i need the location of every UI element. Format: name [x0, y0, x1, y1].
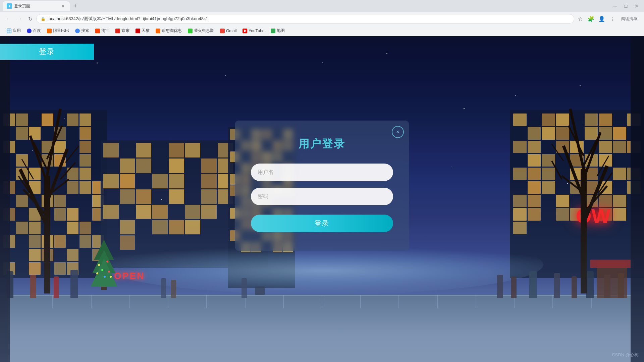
- tab-favicon: ✦: [7, 3, 12, 9]
- modal-login-button[interactable]: 登录: [251, 215, 393, 232]
- baidu-icon: [27, 29, 32, 33]
- nav-actions: ☆ 🧩 👤 ⋮ 阅读清单: [576, 14, 640, 24]
- minimize-button[interactable]: ─: [610, 1, 620, 11]
- youtube-icon: [243, 29, 247, 33]
- bookmark-youtube-label: YouTube: [249, 29, 264, 33]
- bookmark-tmall-label: 天猫: [142, 28, 150, 34]
- lock-icon: 🔒: [41, 16, 46, 21]
- bookmark-help[interactable]: 帮您淘优惠: [153, 27, 184, 35]
- tmall-icon: [136, 29, 140, 33]
- navigation-bar: ← → ↻ 🔒 localhost:63342/js/测试版本/HTML/den…: [0, 12, 644, 26]
- help-icon: [156, 29, 160, 33]
- back-button[interactable]: ←: [4, 14, 13, 24]
- maximize-button[interactable]: □: [621, 1, 631, 11]
- username-input[interactable]: [251, 164, 393, 181]
- bookmark-apps[interactable]: 应用: [4, 27, 23, 35]
- bug-icon: [188, 29, 193, 33]
- search-icon: [75, 29, 80, 33]
- bookmark-maps[interactable]: 地图: [268, 27, 287, 35]
- apps-icon: [7, 29, 11, 33]
- bookmark-maps-label: 地图: [277, 28, 285, 34]
- jd-icon: [115, 29, 120, 33]
- tab-title: 登录页面: [14, 3, 58, 9]
- close-button[interactable]: ✕: [632, 1, 641, 11]
- active-tab[interactable]: ✦ 登录页面 ×: [3, 1, 70, 11]
- bookmark-gmail-label: Gmail: [226, 29, 236, 33]
- tab-bar: ✦ 登录页面 × +: [3, 1, 610, 11]
- bookmark-help-label: 帮您淘优惠: [162, 28, 182, 34]
- browser-chrome: ✦ 登录页面 × + ─ □ ✕ ← → ↻ 🔒 localhost:63342…: [0, 0, 644, 36]
- svg-rect-3: [9, 31, 11, 33]
- bookmark-baidu[interactable]: 百度: [24, 27, 44, 35]
- bookmark-apps-label: 应用: [13, 28, 21, 34]
- maps-icon: [271, 29, 275, 33]
- bookmark-alibaba-label: 阿里巴巴: [53, 28, 69, 34]
- modal-overlay: × 用户登录 登录: [0, 36, 644, 362]
- window-controls: ─ □ ✕: [610, 1, 641, 11]
- bookmark-alibaba[interactable]: 阿里巴巴: [44, 27, 72, 35]
- address-bar[interactable]: 🔒 localhost:63342/js/测试版本/HTML/denglu.ht…: [36, 14, 574, 24]
- bookmark-search-label: 搜索: [81, 28, 89, 34]
- taobao-icon: [95, 29, 100, 33]
- forward-button[interactable]: →: [15, 14, 24, 24]
- svg-rect-2: [7, 31, 9, 33]
- csdn-watermark: CSDN @心树: [612, 352, 639, 358]
- bookmark-bug[interactable]: 萤火虫惠聚: [185, 27, 217, 35]
- profile-button[interactable]: 👤: [597, 14, 606, 24]
- bookmark-search[interactable]: 搜索: [72, 27, 92, 35]
- refresh-button[interactable]: ↻: [25, 14, 35, 24]
- new-tab-button[interactable]: +: [71, 1, 80, 11]
- address-text: localhost:63342/js/测试版本/HTML/denglu.html…: [48, 16, 570, 22]
- bookmark-tmall[interactable]: 天猫: [133, 27, 152, 35]
- alibaba-icon: [47, 29, 52, 33]
- bookmarks-bar: 应用 百度 阿里巴巴 搜索 淘宝 京东 天猫 帮您淘优惠: [0, 26, 644, 36]
- login-modal: × 用户登录 登录: [235, 121, 409, 251]
- password-input[interactable]: [251, 188, 393, 205]
- bookmark-gmail[interactable]: Gmail: [217, 27, 239, 35]
- menu-button[interactable]: ⋮: [608, 14, 617, 24]
- bookmark-taobao[interactable]: 淘宝: [93, 27, 112, 35]
- extension-button[interactable]: 🧩: [586, 14, 596, 24]
- readlist-button[interactable]: 阅读清单: [619, 14, 640, 24]
- modal-title: 用户登录: [251, 137, 393, 151]
- tab-close-button[interactable]: ×: [60, 3, 66, 9]
- svg-marker-4: [244, 30, 247, 32]
- title-bar: ✦ 登录页面 × + ─ □ ✕: [0, 0, 644, 12]
- bookmark-jd-label: 京东: [121, 28, 129, 34]
- svg-rect-1: [9, 29, 11, 31]
- modal-close-button[interactable]: ×: [392, 126, 404, 138]
- bookmark-button[interactable]: ☆: [576, 14, 585, 24]
- gmail-icon: [220, 29, 225, 33]
- bookmark-taobao-label: 淘宝: [101, 28, 109, 34]
- bookmark-bug-label: 萤火虫惠聚: [194, 28, 214, 34]
- bookmark-youtube[interactable]: YouTube: [240, 27, 267, 35]
- bookmark-baidu-label: 百度: [33, 28, 41, 34]
- svg-rect-0: [7, 29, 9, 31]
- main-content: OW O: [0, 36, 644, 362]
- bookmark-jd[interactable]: 京东: [113, 27, 132, 35]
